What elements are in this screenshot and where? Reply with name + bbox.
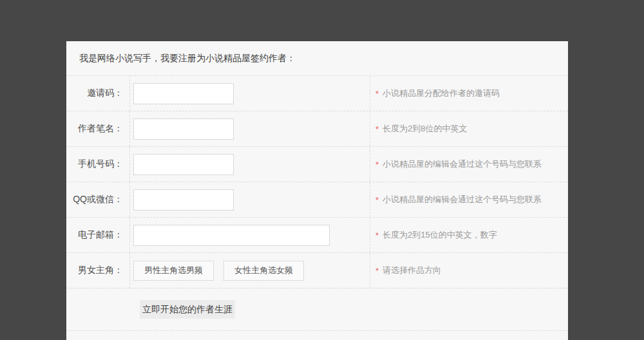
qq-wechat-hint: 小说精品屋的编辑会通过这个号码与您联系 — [383, 194, 542, 205]
qq-wechat-input-cell — [129, 182, 370, 217]
form-row-channel: 男女主角： 男性主角选男频 女性主角选女频 * 请选择作品方向 — [66, 253, 568, 288]
pen-name-hint: 长度为2到8位的中英文 — [383, 123, 467, 135]
form-row-pen-name: 作者笔名： * 长度为2到8位的中英文 — [66, 111, 568, 147]
submit-button[interactable]: 立即开始您的作者生涯 — [140, 300, 235, 319]
required-asterisk: * — [375, 124, 379, 134]
phone-hint: 小说精品屋的编辑会通过这个号码与您联系 — [383, 158, 542, 170]
form-row-email: 电子邮箱： * 长度为2到15位的中英文，数字 — [66, 218, 568, 253]
required-asterisk: * — [375, 160, 379, 169]
form-intro-text: 我是网络小说写手，我要注册为小说精品屋签约作者： — [79, 53, 296, 64]
phone-input-cell — [129, 147, 370, 182]
email-hint: 长度为2到15位的中英文，数字 — [383, 229, 497, 241]
qq-wechat-hint-cell: * 小说精品屋的编辑会通过这个号码与您联系 — [370, 182, 568, 217]
email-input[interactable] — [133, 225, 330, 246]
form-intro: 我是网络小说写手，我要注册为小说精品屋签约作者： — [66, 41, 568, 76]
female-channel-button[interactable]: 女性主角选女频 — [223, 261, 304, 281]
required-asterisk: * — [375, 266, 379, 276]
form-row-invite-code: 邀请码： * 小说精品屋分配给作者的邀请码 — [66, 76, 568, 111]
submit-row: 立即开始您的作者生涯 — [66, 288, 568, 331]
email-label: 电子邮箱： — [66, 218, 129, 252]
panel-footer-strip — [66, 331, 568, 340]
pen-name-input[interactable] — [133, 118, 234, 140]
channel-hint: 请选择作品方向 — [383, 265, 441, 276]
required-asterisk: * — [375, 231, 379, 240]
channel-hint-cell: * 请选择作品方向 — [370, 253, 568, 288]
male-channel-button[interactable]: 男性主角选男频 — [133, 261, 214, 281]
form-row-qq-wechat: QQ或微信： * 小说精品屋的编辑会通过这个号码与您联系 — [66, 182, 568, 218]
invite-code-hint: 小说精品屋分配给作者的邀请码 — [383, 88, 500, 99]
invite-code-label: 邀请码： — [66, 76, 129, 111]
invite-code-hint-cell: * 小说精品屋分配给作者的邀请码 — [370, 76, 568, 111]
email-input-cell — [129, 218, 370, 252]
required-asterisk: * — [375, 89, 379, 99]
qq-wechat-input[interactable] — [133, 189, 234, 211]
invite-code-input-cell — [129, 76, 370, 111]
pen-name-input-cell — [129, 111, 370, 146]
pen-name-hint-cell: * 长度为2到8位的中英文 — [370, 111, 568, 146]
required-asterisk: * — [375, 195, 379, 205]
author-signup-panel: 我是网络小说写手，我要注册为小说精品屋签约作者： 邀请码： * 小说精品屋分配给… — [66, 41, 568, 340]
pen-name-label: 作者笔名： — [66, 111, 129, 146]
qq-wechat-label: QQ或微信： — [66, 182, 129, 217]
phone-input[interactable] — [133, 154, 234, 175]
channel-buttons-cell: 男性主角选男频 女性主角选女频 — [129, 253, 370, 288]
form-row-phone: 手机号码： * 小说精品屋的编辑会通过这个号码与您联系 — [66, 147, 568, 182]
phone-hint-cell: * 小说精品屋的编辑会通过这个号码与您联系 — [370, 147, 568, 182]
invite-code-input[interactable] — [133, 83, 234, 104]
email-hint-cell: * 长度为2到15位的中英文，数字 — [370, 218, 568, 252]
channel-label: 男女主角： — [66, 253, 129, 288]
phone-label: 手机号码： — [66, 147, 129, 182]
